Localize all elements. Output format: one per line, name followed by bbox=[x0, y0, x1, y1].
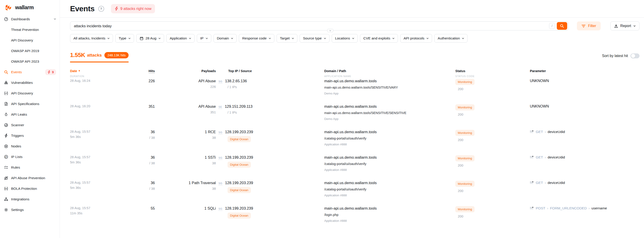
sidebar-item-vulnerabilities[interactable]: Vulnerabilities bbox=[0, 77, 60, 88]
sidebar-item-ip-lists[interactable]: IPIP Lists bbox=[0, 151, 60, 162]
sidebar-item-label: BOLA Protection bbox=[11, 187, 37, 191]
sidebar-item-api-leaks[interactable]: API Leaks bbox=[0, 109, 60, 120]
source-type-badge[interactable]: Digital Ocean bbox=[228, 187, 251, 193]
path[interactable]: main-api.us.demo.wallarm.tools/SENSITIVE… bbox=[324, 86, 455, 89]
column-header-domain: Domain / Path APPLICATION NAME bbox=[324, 69, 455, 78]
hits-total: / 38 bbox=[140, 161, 155, 165]
source-ip[interactable]: 128.199.203.239 bbox=[225, 181, 253, 185]
filter-chip-source-type[interactable]: Source type bbox=[300, 34, 330, 43]
path[interactable]: main-api.us.demo.wallarm.tools/SENSITIVE… bbox=[324, 111, 455, 115]
event-row[interactable]: 28 Aug, 16:20351API Abuse351SE129.151.20… bbox=[70, 103, 640, 128]
request-parameter-icon bbox=[530, 130, 534, 133]
column-header-payloads: Payloads bbox=[155, 69, 216, 78]
source-type-badge[interactable]: Digital Ocean bbox=[228, 136, 251, 142]
event-row[interactable]: 28 Aug, 15:5711m 35s551 SQLiSG128.199.20… bbox=[70, 205, 640, 230]
filter-chip-locations[interactable]: Locations bbox=[332, 34, 358, 43]
path[interactable]: /catalog-portal/ui/oauth/verify bbox=[324, 162, 455, 166]
source-ip[interactable]: 128.199.203.239 bbox=[225, 206, 253, 211]
domain[interactable]: main-api.us.demo.wallarm.tools bbox=[324, 130, 455, 134]
source-ip[interactable]: 128.199.203.239 bbox=[225, 155, 253, 160]
country-code-badge[interactable]: SG bbox=[218, 207, 222, 211]
source-type-badge[interactable]: Digital Ocean bbox=[228, 162, 251, 168]
sidebar-item-integrations[interactable]: Integrations bbox=[0, 194, 60, 204]
path[interactable]: /login.php bbox=[324, 213, 455, 217]
event-hits-cell: 351 bbox=[140, 103, 155, 109]
event-row[interactable]: 28 Aug, 15:575m 36s36/ 381 Path Traversa… bbox=[70, 179, 640, 205]
country-code-badge[interactable]: SG bbox=[218, 182, 222, 185]
sidebar-item-label: Scanner bbox=[11, 123, 24, 127]
sidebar-item-api-specifications[interactable]: API Specifications bbox=[0, 99, 60, 109]
sidebar-item-api-discovery-dashboard[interactable]: API Discovery bbox=[0, 35, 60, 45]
svg-text:IP: IP bbox=[5, 156, 7, 158]
filter-chip-cve-and-exploits[interactable]: CVE and exploits bbox=[360, 34, 398, 43]
sidebar-item-scanner[interactable]: Scanner bbox=[0, 120, 60, 130]
sidebar-item-label: Threat Prevention bbox=[11, 28, 39, 32]
event-hits-cell: 36/ 38 bbox=[140, 179, 155, 190]
source-line: SE129.151.209.113 bbox=[218, 104, 324, 109]
country-code-badge[interactable]: SG bbox=[218, 156, 222, 160]
ip-count: / 1 IPs bbox=[228, 111, 324, 114]
event-row[interactable]: 28 Aug, 16:24226API Abuse226SG138.2.65.1… bbox=[70, 78, 640, 103]
sidebar-item-rules[interactable]: Rules bbox=[0, 162, 60, 173]
filter-chip-response-code[interactable]: Response code bbox=[239, 34, 274, 43]
country-code-badge[interactable]: SG bbox=[218, 131, 222, 134]
filter-chip-label: Locations bbox=[335, 36, 350, 40]
filter-chip-all-attacks-incidents[interactable]: All attacks, Incidents bbox=[70, 34, 113, 43]
expand-filters-button[interactable] bbox=[327, 29, 333, 32]
column-header-date[interactable]: Date ▼ DURATION bbox=[70, 69, 140, 78]
source-ip[interactable]: 129.151.209.113 bbox=[225, 104, 253, 109]
domain[interactable]: main-api.us.demo.wallarm.tools bbox=[324, 104, 455, 109]
path[interactable]: /catalog-portal/ui/oauth/verify bbox=[324, 136, 455, 140]
domain[interactable]: main-api.us.demo.wallarm.tools bbox=[324, 181, 455, 185]
wallarm-logo[interactable]: wallarm bbox=[0, 3, 60, 14]
sidebar-item-nodes[interactable]: Nodes bbox=[0, 141, 60, 151]
filter-chip-ip[interactable]: IP bbox=[197, 34, 211, 43]
event-payload-cell: API Abuse351 bbox=[155, 103, 216, 114]
filter-chip-label: Source type bbox=[303, 36, 322, 40]
filter-button[interactable]: Filter bbox=[577, 21, 600, 30]
status-badge: Monitoring bbox=[455, 155, 474, 161]
search-button[interactable] bbox=[557, 22, 567, 30]
sidebar-item-settings[interactable]: Settings bbox=[0, 204, 60, 215]
path[interactable]: /catalog-portal/ui/oauth/verify bbox=[324, 188, 455, 191]
sidebar-item-threat-prevention[interactable]: Threat Prevention bbox=[0, 24, 60, 35]
country-code-badge[interactable]: SE bbox=[218, 106, 222, 109]
event-row[interactable]: 28 Aug, 15:575m 36s36/ 381 RCE38SG128.19… bbox=[70, 128, 640, 154]
column-header-hits[interactable]: Hits bbox=[140, 69, 155, 78]
filter-chip-28-aug[interactable]: 28 Aug bbox=[136, 34, 164, 43]
help-icon[interactable]: ? bbox=[98, 6, 104, 12]
sidebar-item-bola-protection[interactable]: IDBOLA Protection bbox=[0, 183, 60, 194]
domain[interactable]: main-api.us.demo.wallarm.tools bbox=[324, 206, 455, 211]
sidebar-item-api-abuse-prevention[interactable]: API Abuse Prevention bbox=[0, 173, 60, 183]
sidebar-item-events[interactable]: Events9 bbox=[0, 67, 60, 77]
sidebar-item-api-discovery[interactable]: API Discovery bbox=[0, 88, 60, 99]
report-button[interactable]: Report bbox=[610, 21, 640, 30]
filter-chip-application[interactable]: Application bbox=[166, 34, 194, 43]
attacks-now-badge[interactable]: 9 attacks right now bbox=[111, 4, 155, 13]
filter-chip-domain[interactable]: Domain bbox=[214, 34, 236, 43]
chevron-separator: › bbox=[545, 155, 546, 159]
country-code-badge[interactable]: SG bbox=[218, 80, 222, 83]
sidebar-item-owasp-api-2019[interactable]: OWASP API 2019 bbox=[0, 45, 60, 56]
main-content: Events ? 9 attacks right now / F bbox=[60, 0, 644, 238]
filter-chip-authentication[interactable]: Authentication bbox=[434, 34, 468, 43]
sidebar-item-triggers[interactable]: Triggers bbox=[0, 130, 60, 141]
event-row[interactable]: 28 Aug, 15:575m 36s36/ 381 SSTi38SG128.1… bbox=[70, 154, 640, 179]
source-ip[interactable]: 138.2.65.136 bbox=[225, 79, 247, 83]
sort-toggle[interactable] bbox=[630, 53, 640, 58]
source-type-badge[interactable]: Digital Ocean bbox=[228, 213, 251, 219]
sidebar-item-owasp-api-2023[interactable]: OWASP API 2023 bbox=[0, 56, 60, 67]
tab-attacks[interactable]: 1.55K attacks 248.13K hits bbox=[70, 52, 128, 62]
source-ip[interactable]: 128.199.203.239 bbox=[225, 130, 253, 134]
sidebar-item-dashboards[interactable]: Dashboards bbox=[0, 14, 60, 24]
filter-chip-api-protocols[interactable]: API protocols bbox=[400, 34, 432, 43]
hits-value: 36 bbox=[140, 181, 155, 185]
domain[interactable]: main-api.us.demo.wallarm.tools bbox=[324, 155, 455, 160]
sidebar-item-label: API Abuse Prevention bbox=[11, 176, 45, 180]
filter-chip-target[interactable]: Target bbox=[276, 34, 297, 43]
filter-chip-label: Response code bbox=[242, 36, 267, 40]
search-input[interactable] bbox=[74, 24, 549, 28]
filter-chip-type[interactable]: Type bbox=[115, 34, 134, 43]
download-icon bbox=[614, 24, 618, 28]
domain[interactable]: main-api.us.demo.wallarm.tools bbox=[324, 79, 455, 83]
